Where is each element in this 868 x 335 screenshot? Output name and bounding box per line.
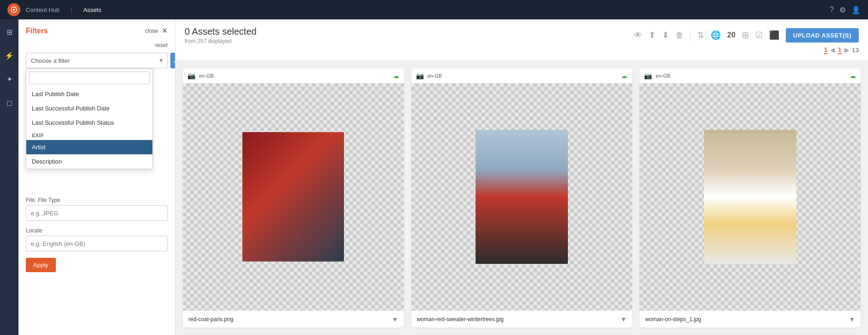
card-locale: en-GB xyxy=(199,73,214,79)
current-page[interactable]: 1 xyxy=(824,46,827,54)
download-icon[interactable]: ⬇ xyxy=(662,30,669,40)
toolbar-actions: 👁 ⬆ ⬇ 🗑 ⇅ 🌐 20 ⊞ ☑ ⬛ UPLOAD ASSET(S) xyxy=(634,28,859,43)
main-layout: ⊞ ⚡ ✦ ◻ Filters close ✕ reset Choose a f… xyxy=(0,19,868,335)
asset-image xyxy=(704,130,796,264)
settings-icon[interactable]: ⚙ xyxy=(839,6,846,14)
locale-label: Locale xyxy=(26,227,168,234)
cloud-icon: ☁ xyxy=(621,72,627,79)
camera-icon: 📷 xyxy=(187,72,195,79)
app-logo xyxy=(7,3,20,16)
filters-controls: close ✕ xyxy=(145,27,168,35)
cloud-icon: ☁ xyxy=(850,72,856,79)
sort-icon[interactable]: ⇅ xyxy=(697,30,704,40)
close-icon[interactable]: ✕ xyxy=(162,27,168,35)
file-type-label: File: File Type xyxy=(26,197,168,203)
section-title: Assets xyxy=(83,6,101,13)
sidebar-icons: ⊞ ⚡ ✦ ◻ xyxy=(0,19,18,335)
chevron-down-icon[interactable]: ▼ xyxy=(392,316,398,323)
total-pages: 13 xyxy=(852,47,859,54)
filters-header: Filters close ✕ xyxy=(26,27,168,35)
page-number-2[interactable]: 1 xyxy=(838,46,841,54)
toolbar-divider xyxy=(690,30,691,41)
pagination-bar: 1 ◀ 1 ▶ 13 xyxy=(185,46,859,54)
topbar-divider: | xyxy=(71,6,72,13)
card-header: 📷 en-GB ☁ xyxy=(183,68,404,83)
asset-card: 📷 en-GB ☁ red-coat-paris.png ▼ xyxy=(183,68,404,328)
filters-title: Filters xyxy=(26,27,48,35)
dropdown-item-artist[interactable]: Artist xyxy=(26,140,152,154)
locale-field: Locale xyxy=(26,227,168,251)
select-all-icon[interactable]: ☑ xyxy=(755,30,763,40)
sidebar-icon-tools[interactable]: ✦ xyxy=(4,72,15,86)
assets-displayed: from 257 displayed xyxy=(185,38,257,44)
card-locale: en-GB xyxy=(656,73,670,79)
grid-view-icon[interactable]: ⊞ xyxy=(742,30,749,40)
user-icon[interactable]: 👤 xyxy=(851,6,861,14)
dropdown-search-input[interactable] xyxy=(29,72,150,84)
asset-image-wrapper xyxy=(411,83,633,311)
locale-input[interactable] xyxy=(26,236,168,251)
card-header: 📷 en-GB ☁ xyxy=(639,68,861,83)
sidebar-icon-filter[interactable]: ⚡ xyxy=(2,49,17,63)
file-type-input[interactable] xyxy=(26,205,168,221)
card-header: 📷 en-GB ☁ xyxy=(411,68,633,83)
language-icon[interactable]: 🌐 xyxy=(711,30,721,40)
camera-icon: 📷 xyxy=(416,72,424,79)
file-type-field: File: File Type xyxy=(26,197,168,221)
dropdown-item-last-publish-date[interactable]: Last Publish Date xyxy=(26,87,152,101)
close-button[interactable]: close xyxy=(145,28,158,34)
upload-icon[interactable]: ⬆ xyxy=(649,30,656,40)
preview-icon[interactable]: 👁 xyxy=(634,30,642,40)
topbar-actions: ? ⚙ 👤 xyxy=(830,6,861,14)
asset-card: 📷 en-GB ☁ woman-on-steps_1.jpg ▼ xyxy=(639,68,861,328)
toolbar-top: 0 Assets selected from 257 displayed 👁 ⬆… xyxy=(185,26,859,44)
dropdown-list: Last Publish Date Last Successful Publis… xyxy=(26,87,152,169)
dotted-icon[interactable]: ⬛ xyxy=(769,30,779,40)
asset-image-wrapper xyxy=(639,83,861,311)
asset-image xyxy=(242,132,344,262)
upload-assets-button[interactable]: UPLOAD ASSET(S) xyxy=(786,28,859,43)
asset-image-wrapper xyxy=(183,83,404,311)
prev-page-icon[interactable]: ◀ xyxy=(830,46,835,54)
card-footer: red-coat-paris.png ▼ xyxy=(183,311,404,328)
assets-info: 0 Assets selected from 257 displayed xyxy=(185,26,257,44)
asset-image xyxy=(476,130,568,264)
asset-card: 📷 en-GB ☁ woman-red-sweater-wintertrees.… xyxy=(411,68,633,328)
assets-grid: 📷 en-GB ☁ red-coat-paris.png ▼ 📷 en-GB ☁ xyxy=(175,61,868,335)
apply-button[interactable]: Apply xyxy=(26,258,56,272)
content-area: 0 Assets selected from 257 displayed 👁 ⬆… xyxy=(175,19,868,335)
assets-toolbar: 0 Assets selected from 257 displayed 👁 ⬆… xyxy=(175,19,868,61)
chevron-down-icon[interactable]: ▼ xyxy=(849,316,855,323)
app-name: Content Hub xyxy=(26,6,60,13)
chevron-down-icon[interactable]: ▼ xyxy=(620,316,627,323)
camera-icon: 📷 xyxy=(644,72,652,79)
filter-dropdown: Last Publish Date Last Successful Publis… xyxy=(26,68,153,169)
delete-icon[interactable]: 🗑 xyxy=(675,30,684,40)
dropdown-item-description[interactable]: Description xyxy=(26,154,152,169)
cloud-icon: ☁ xyxy=(393,72,399,79)
add-filter-button[interactable]: Add xyxy=(170,53,175,68)
reset-button[interactable]: reset xyxy=(155,42,168,49)
card-locale: en-GB xyxy=(428,73,442,79)
help-icon[interactable]: ? xyxy=(830,6,834,14)
items-per-page: 20 xyxy=(727,31,735,39)
card-footer: woman-red-sweater-wintertrees.jpg ▼ xyxy=(411,311,633,328)
dropdown-item-last-successful-publish[interactable]: Last Successful Publish Date xyxy=(26,101,152,116)
sidebar-icon-box[interactable]: ◻ xyxy=(4,96,15,110)
filter-select-wrapper: Choose a filter ▼ Add Last Publish Date … xyxy=(26,53,168,68)
asset-filename: woman-red-sweater-wintertrees.jpg xyxy=(417,316,621,323)
next-page-icon[interactable]: ▶ xyxy=(844,46,850,54)
asset-filename: red-coat-paris.png xyxy=(188,316,392,323)
topbar: Content Hub | Assets ? ⚙ 👤 xyxy=(0,0,868,19)
filters-panel: Filters close ✕ reset Choose a filter ▼ … xyxy=(18,19,175,335)
sidebar-icon-grid[interactable]: ⊞ xyxy=(4,25,15,39)
dropdown-item-last-successful-publish-status[interactable]: Last Successful Publish Status xyxy=(26,116,152,130)
assets-selected-count: 0 Assets selected xyxy=(185,26,257,37)
filter-select[interactable]: Choose a filter xyxy=(26,53,168,68)
asset-filename: woman-on-steps_1.jpg xyxy=(645,316,849,323)
card-footer: woman-on-steps_1.jpg ▼ xyxy=(639,311,861,328)
dropdown-group-exif: EXIF xyxy=(26,130,152,140)
